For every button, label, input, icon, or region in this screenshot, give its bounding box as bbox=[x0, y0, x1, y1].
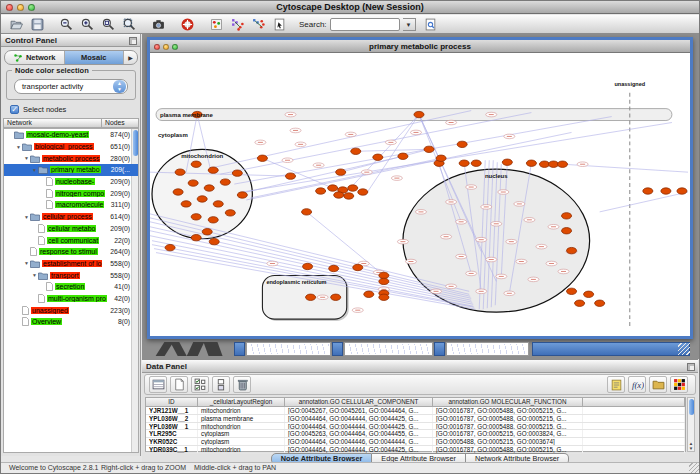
network-node[interactable] bbox=[329, 265, 339, 271]
search-input[interactable] bbox=[330, 18, 400, 31]
network-node[interactable] bbox=[358, 189, 368, 195]
select-nodes-checkbox[interactable]: ✓ bbox=[10, 105, 19, 114]
background-window-titlebar[interactable] bbox=[234, 342, 245, 356]
table-row-YLR295C[interactable]: YLR295Ccytoplasm[GO:0045263, GO:0044464,… bbox=[146, 430, 685, 438]
import-attributes-icon[interactable] bbox=[649, 376, 667, 393]
zoom-selected-icon[interactable] bbox=[120, 16, 138, 32]
network-node[interactable] bbox=[398, 153, 408, 159]
network-node[interactable] bbox=[351, 148, 361, 154]
table-scrollbar[interactable]: ▲▼ bbox=[687, 397, 695, 452]
network-node[interactable] bbox=[364, 291, 374, 297]
network-node[interactable] bbox=[379, 278, 389, 284]
table-cell[interactable]: [GO:0044464, GO:0044444, GO:0044425, G..… bbox=[285, 423, 433, 430]
network-node[interactable] bbox=[204, 185, 214, 191]
network-node[interactable] bbox=[173, 189, 183, 195]
tree-column-network[interactable]: Network bbox=[3, 118, 101, 128]
tree-row-cell-communicat[interactable]: cell communicat22(0) bbox=[4, 234, 138, 246]
minimize-button[interactable] bbox=[17, 4, 24, 11]
tab-network[interactable]: Network bbox=[5, 51, 65, 64]
table-cell[interactable]: mitochondrion bbox=[198, 423, 285, 430]
zoom-out-icon[interactable] bbox=[57, 16, 75, 32]
tree-row-secretion[interactable]: secretion41(0) bbox=[4, 281, 138, 293]
table-cell[interactable]: YJR121W__1 bbox=[146, 407, 198, 414]
network-node[interactable] bbox=[558, 161, 568, 167]
tree-row-overview[interactable]: Overview8(0) bbox=[4, 316, 138, 328]
table-row-YJR121W__1[interactable]: YJR121W__1mitochondrion[GO:0045267, GO:0… bbox=[146, 407, 685, 415]
tree-row-nitrogen-compo[interactable]: nitrogen compo209(0) bbox=[4, 187, 138, 199]
network-node[interactable] bbox=[379, 272, 389, 278]
network-node[interactable] bbox=[232, 170, 242, 176]
network-node[interactable] bbox=[175, 169, 185, 175]
network-node[interactable] bbox=[213, 201, 223, 207]
network-node[interactable] bbox=[191, 214, 201, 220]
tab-scroll-right-icon[interactable]: ▶ bbox=[124, 51, 137, 64]
network-canvas[interactable]: plasma membranecytoplasmmitochondrionnuc… bbox=[150, 53, 690, 336]
new-attribute-icon[interactable] bbox=[170, 376, 188, 393]
network-node[interactable] bbox=[595, 300, 605, 306]
network-edge[interactable] bbox=[262, 158, 332, 188]
float-panel-icon[interactable] bbox=[687, 363, 695, 371]
select-attributes-icon[interactable] bbox=[149, 376, 167, 393]
table-cell[interactable]: cytoplasm bbox=[198, 438, 285, 445]
table-cell[interactable]: cytoplasm bbox=[198, 430, 285, 437]
network-zoom-button[interactable] bbox=[172, 44, 178, 50]
new-network-from-selected-nodes-icon[interactable] bbox=[228, 16, 246, 32]
network-node[interactable] bbox=[643, 188, 653, 194]
table-scrollbar-thumb[interactable] bbox=[689, 399, 694, 415]
network-node[interactable] bbox=[414, 111, 424, 117]
network-node[interactable] bbox=[344, 193, 354, 199]
notes-icon[interactable] bbox=[607, 376, 625, 393]
network-node[interactable] bbox=[436, 155, 446, 161]
tree-expander-icon[interactable]: ▼ bbox=[31, 272, 38, 278]
heatmap-icon[interactable] bbox=[670, 376, 688, 393]
tree-expander-icon[interactable]: ▼ bbox=[31, 167, 38, 173]
network-node[interactable] bbox=[661, 188, 671, 194]
tree-row-macromolecule[interactable]: macromolecule311(0) bbox=[4, 199, 138, 211]
network-node[interactable] bbox=[188, 180, 198, 186]
table-cell[interactable]: YPL036W__1 bbox=[146, 423, 198, 430]
network-node[interactable] bbox=[548, 161, 558, 167]
network-node[interactable] bbox=[328, 185, 338, 191]
snapshot-camera-icon[interactable] bbox=[149, 16, 167, 32]
background-window-fragment[interactable] bbox=[446, 342, 529, 356]
graphics-details-icon[interactable] bbox=[207, 16, 225, 32]
network-node[interactable] bbox=[526, 160, 536, 166]
background-window-fragment[interactable] bbox=[344, 342, 433, 356]
network-minimize-button[interactable] bbox=[163, 44, 169, 50]
tree-row-unassigned[interactable]: unassigned223(0) bbox=[4, 304, 138, 316]
search-dropdown-button[interactable]: ▼ bbox=[403, 18, 416, 31]
network-node[interactable] bbox=[502, 159, 512, 165]
tree-row-primary-metabo[interactable]: ▼primary metabo209(... bbox=[4, 164, 138, 176]
table-cell[interactable]: mitochondrion bbox=[198, 407, 285, 414]
table-row-YKR052C[interactable]: YKR052Ccytoplasm[GO:0044464, GO:0044446,… bbox=[146, 438, 685, 446]
new-network-from-selected-edges-icon[interactable] bbox=[249, 16, 267, 32]
background-window-titlebar[interactable] bbox=[332, 342, 343, 356]
tree-column-nodes[interactable]: Nodes bbox=[101, 118, 139, 128]
network-node[interactable] bbox=[225, 210, 235, 216]
table-cell[interactable]: [GO:0016787, GO:0005488, GO:0005215, G..… bbox=[433, 407, 583, 414]
window-resize-grip[interactable] bbox=[678, 343, 690, 355]
table-cell[interactable]: [GO:0005488, GO:0005215, GO:0003674] bbox=[433, 438, 583, 445]
close-button[interactable] bbox=[6, 4, 13, 11]
network-canvas-container[interactable]: plasma membranecytoplasmmitochondrionnuc… bbox=[150, 53, 690, 336]
network-node[interactable] bbox=[334, 192, 344, 198]
network-node[interactable] bbox=[208, 167, 218, 173]
network-node[interactable] bbox=[237, 192, 247, 198]
table-cell[interactable]: YKR052C bbox=[146, 438, 198, 445]
network-node[interactable] bbox=[348, 185, 358, 191]
table-cell[interactable]: [GO:0044464, GO:0044444, GO:0044425, G..… bbox=[285, 415, 433, 422]
network-view-window[interactable]: primary metabolic process plasma membran… bbox=[147, 37, 693, 339]
network-node[interactable] bbox=[191, 235, 201, 241]
table-row-YPL036W__1[interactable]: YPL036W__1mitochondrion[GO:0044464, GO:0… bbox=[146, 423, 685, 431]
tree-row-establishment-of-lo[interactable]: ▼establishment of lo558(0) bbox=[4, 258, 138, 270]
network-node[interactable] bbox=[257, 155, 267, 161]
network-node[interactable] bbox=[331, 294, 341, 300]
table-cell[interactable]: [GO:0016787, GO:0005488, GO:0005215, G..… bbox=[433, 415, 583, 422]
tab-mosaic[interactable]: Mosaic bbox=[65, 51, 125, 64]
table-cell[interactable]: YDR039C__1 bbox=[146, 446, 198, 453]
network-node[interactable] bbox=[677, 188, 687, 194]
batch-edit-attributes-icon[interactable] bbox=[191, 376, 209, 393]
table-cell[interactable]: [GO:0016787, GO:0005488, GO:0005215, G..… bbox=[433, 446, 583, 453]
network-node[interactable] bbox=[197, 196, 207, 202]
network-edge[interactable] bbox=[600, 192, 688, 212]
